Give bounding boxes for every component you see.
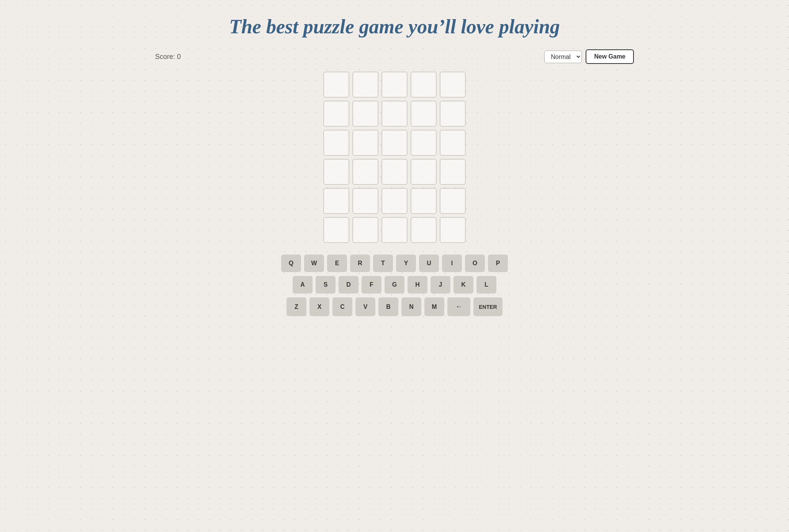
main-content: Q W E R T Y U I O P A S D F G H J K bbox=[155, 72, 634, 331]
board-cell bbox=[381, 217, 408, 243]
key-G[interactable]: G bbox=[385, 276, 404, 294]
new-game-button[interactable]: New Game bbox=[586, 49, 634, 64]
board-cell bbox=[381, 72, 408, 98]
key-J[interactable]: J bbox=[431, 276, 450, 294]
key-B[interactable]: B bbox=[378, 297, 398, 316]
key-R[interactable]: R bbox=[350, 255, 370, 272]
key-U[interactable]: U bbox=[419, 255, 439, 272]
board-cell bbox=[411, 217, 437, 243]
board-row bbox=[323, 159, 466, 185]
key-A[interactable]: A bbox=[293, 276, 313, 294]
board-row bbox=[323, 72, 466, 98]
keyboard-row-3: Z X C V B N M ← ENTER bbox=[286, 297, 503, 316]
key-T[interactable]: T bbox=[373, 255, 393, 272]
page-title: The best puzzle game you’ll love playing bbox=[155, 15, 634, 38]
score-display: Score: 0 bbox=[155, 53, 181, 61]
key-M[interactable]: M bbox=[424, 297, 444, 316]
board-row bbox=[323, 188, 466, 214]
key-S[interactable]: S bbox=[316, 276, 336, 294]
board-cell bbox=[323, 101, 349, 127]
key-Z[interactable]: Z bbox=[286, 297, 306, 316]
board-cell bbox=[352, 130, 378, 156]
key-N[interactable]: N bbox=[401, 297, 421, 316]
difficulty-select[interactable]: Easy Normal Hard bbox=[544, 51, 582, 63]
key-K[interactable]: K bbox=[453, 276, 473, 294]
key-W[interactable]: W bbox=[304, 255, 324, 272]
key-E[interactable]: E bbox=[327, 255, 347, 272]
board-row bbox=[323, 101, 466, 127]
board-cell bbox=[411, 159, 437, 185]
keyboard-container: Q W E R T Y U I O P A S D F G H J K bbox=[281, 255, 508, 316]
board-cell bbox=[323, 159, 349, 185]
board-cell bbox=[352, 217, 378, 243]
board-cell bbox=[440, 130, 466, 156]
board-cell bbox=[323, 217, 349, 243]
board-cell bbox=[323, 188, 349, 214]
key-Y[interactable]: Y bbox=[396, 255, 416, 272]
board-cell bbox=[440, 159, 466, 185]
key-backspace[interactable]: ← bbox=[447, 297, 470, 316]
board-cell bbox=[381, 159, 408, 185]
key-C[interactable]: C bbox=[332, 297, 352, 316]
board-cell bbox=[381, 101, 408, 127]
key-I[interactable]: I bbox=[442, 255, 462, 272]
board-cell bbox=[440, 217, 466, 243]
key-X[interactable]: X bbox=[309, 297, 329, 316]
board-cell bbox=[352, 101, 378, 127]
board-cell bbox=[352, 188, 378, 214]
key-enter[interactable]: ENTER bbox=[473, 297, 503, 316]
board-cell bbox=[352, 72, 378, 98]
key-L[interactable]: L bbox=[476, 276, 496, 294]
key-V[interactable]: V bbox=[355, 297, 375, 316]
key-O[interactable]: O bbox=[465, 255, 485, 272]
key-H[interactable]: H bbox=[408, 276, 427, 294]
board-cell bbox=[411, 72, 437, 98]
board-row bbox=[323, 217, 466, 243]
board-cell bbox=[440, 72, 466, 98]
board-cell bbox=[381, 188, 408, 214]
board-cell bbox=[440, 101, 466, 127]
board-row bbox=[323, 130, 466, 156]
board-cell bbox=[440, 188, 466, 214]
toolbar-right: Easy Normal Hard New Game bbox=[544, 49, 634, 64]
toolbar: Score: 0 Easy Normal Hard New Game bbox=[155, 46, 634, 72]
key-D[interactable]: D bbox=[339, 276, 358, 294]
game-board bbox=[323, 72, 466, 243]
board-cell bbox=[411, 101, 437, 127]
key-F[interactable]: F bbox=[362, 276, 381, 294]
board-cell bbox=[411, 130, 437, 156]
key-P[interactable]: P bbox=[488, 255, 508, 272]
board-cell bbox=[323, 130, 349, 156]
keyboard-row-2: A S D F G H J K L bbox=[293, 276, 496, 294]
board-cell bbox=[323, 72, 349, 98]
board-cell bbox=[352, 159, 378, 185]
keyboard-row-1: Q W E R T Y U I O P bbox=[281, 255, 508, 272]
board-cell bbox=[381, 130, 408, 156]
key-Q[interactable]: Q bbox=[281, 255, 301, 272]
board-cell bbox=[411, 188, 437, 214]
